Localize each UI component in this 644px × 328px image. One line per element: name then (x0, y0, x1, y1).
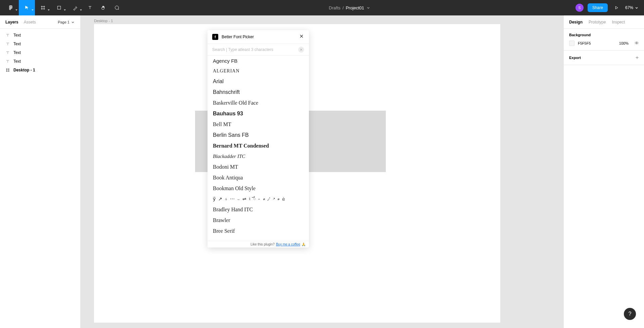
font-option[interactable]: Bradley Hand ITC (208, 204, 309, 215)
font-option[interactable]: Bauhaus 93 (208, 108, 309, 119)
text-tool-button[interactable] (83, 0, 97, 15)
breadcrumb-separator: / (342, 5, 344, 10)
move-tool-button[interactable] (19, 0, 35, 15)
hand-tool-button[interactable] (97, 0, 110, 15)
chevron-down-icon (71, 20, 75, 24)
pray-emoji-icon: 🙏 (302, 242, 306, 246)
font-option[interactable]: Bahnschrift (208, 87, 309, 98)
font-option[interactable]: ỹ ↗ ⍭ ⋯ ⌣ ⇌ ♮ ೆ ⌢ ⇌ ⋰ ↗ ⇌ ά (208, 194, 309, 204)
left-panel: Layers Assets Page 1 Text Text Text Text… (0, 15, 81, 328)
plugin-footer: Like this plugin? Buy me a coffee 🙏 (208, 241, 309, 248)
font-option[interactable]: Blackadder ITC (208, 151, 309, 162)
font-option[interactable]: Berlin Sans FB (208, 130, 309, 141)
page-selector-label: Page 1 (58, 20, 70, 24)
text-layer-icon (5, 50, 10, 55)
right-panel: Design Prototype Inspect Background F5F5… (563, 15, 644, 328)
layer-item[interactable]: Text (0, 57, 80, 66)
tab-layers[interactable]: Layers (5, 20, 18, 24)
layers-list: Text Text Text Text Desktop - 1 (0, 29, 80, 76)
layer-label: Desktop - 1 (13, 68, 35, 72)
font-picker-plugin: f Better Font Picker Agency FB ALGERIAN … (208, 30, 309, 248)
toolbar-tools (3, 0, 124, 15)
footer-link[interactable]: Buy me a coffee (276, 242, 300, 246)
cursor-icon (24, 5, 30, 10)
add-export-button[interactable]: + (636, 55, 639, 61)
background-hex[interactable]: F5F5F5 (578, 41, 616, 45)
text-layer-icon (5, 42, 10, 46)
pen-tool-button[interactable] (67, 0, 83, 15)
figma-menu-button[interactable] (3, 0, 19, 15)
plugin-header[interactable]: f Better Font Picker (208, 30, 309, 44)
font-search-input[interactable] (212, 47, 295, 52)
frame-layer-icon (5, 68, 10, 72)
tab-inspect[interactable]: Inspect (612, 20, 625, 24)
avatar[interactable]: S (576, 4, 584, 12)
tab-design[interactable]: Design (569, 20, 583, 24)
zoom-control[interactable]: 67% (625, 5, 639, 10)
page-selector[interactable]: Page 1 (58, 20, 75, 24)
background-row[interactable]: F5F5F5 100% (569, 40, 639, 46)
comment-icon (114, 5, 120, 10)
layer-item[interactable]: Text (0, 40, 80, 48)
font-option[interactable]: Bell MT (208, 119, 309, 130)
document-title[interactable]: Drafts / Project01 (124, 5, 576, 10)
chevron-down-icon (64, 9, 66, 11)
text-layer-icon (5, 59, 10, 64)
eye-icon (635, 41, 639, 45)
x-icon (300, 48, 303, 51)
canvas[interactable]: Desktop - 1 (81, 15, 563, 328)
layer-label: Text (13, 50, 21, 55)
visibility-toggle[interactable] (635, 40, 639, 46)
background-opacity[interactable]: 100% (619, 41, 629, 45)
layer-label: Text (13, 42, 21, 46)
help-button[interactable]: ? (624, 308, 636, 320)
shape-tool-button[interactable] (51, 0, 67, 15)
footer-text: Like this plugin? (250, 242, 275, 246)
breadcrumb-file: Project01 (346, 5, 364, 10)
export-section: Export + (564, 51, 644, 65)
font-option[interactable]: Bree Serif (208, 226, 309, 236)
zoom-value: 67% (625, 5, 633, 10)
svg-point-2 (636, 43, 637, 44)
font-option[interactable]: Book Antiqua (208, 172, 309, 183)
right-panel-tabs: Design Prototype Inspect (564, 15, 644, 29)
font-option[interactable]: Baskerville Old Face (208, 98, 309, 108)
font-option[interactable]: ALGERIAN (208, 66, 309, 76)
chevron-down-icon (80, 9, 82, 11)
chevron-down-icon (48, 9, 50, 11)
canvas-frame-label[interactable]: Desktop - 1 (94, 19, 113, 23)
present-button[interactable] (612, 0, 621, 15)
share-button[interactable]: Share (588, 3, 608, 12)
close-button[interactable] (299, 34, 304, 40)
toolbar-right: S Share 67% (576, 0, 641, 15)
plugin-icon: f (212, 34, 218, 40)
pen-icon (73, 5, 78, 10)
chevron-down-icon (635, 6, 639, 10)
svg-rect-1 (57, 6, 60, 9)
rectangle-icon (56, 5, 62, 10)
font-option[interactable]: Brawler (208, 215, 309, 226)
background-label: Background (569, 33, 639, 37)
font-option[interactable]: Bernard MT Condensed (208, 141, 309, 151)
frame-tool-button[interactable] (35, 0, 51, 15)
layer-label: Text (13, 33, 21, 38)
play-icon (614, 5, 619, 10)
tab-assets[interactable]: Assets (24, 20, 36, 24)
font-list[interactable]: Agency FB ALGERIAN Arial Bahnschrift Bas… (208, 56, 309, 241)
font-option[interactable]: Bodoni MT (208, 162, 309, 172)
tab-prototype[interactable]: Prototype (589, 20, 606, 24)
layer-item[interactable]: Text (0, 31, 80, 40)
comment-tool-button[interactable] (110, 0, 124, 15)
font-option[interactable]: Arial (208, 76, 309, 87)
layer-item-frame[interactable]: Desktop - 1 (0, 66, 80, 74)
layer-item[interactable]: Text (0, 48, 80, 57)
left-panel-tabs: Layers Assets Page 1 (0, 15, 80, 29)
font-option[interactable]: Bookman Old Style (208, 183, 309, 194)
clear-search-button[interactable] (298, 47, 304, 53)
figma-logo-icon (8, 5, 13, 10)
breadcrumb-folder: Drafts (329, 5, 340, 10)
font-option[interactable]: Agency FB (208, 56, 309, 66)
plugin-title: Better Font Picker (222, 35, 254, 39)
color-swatch[interactable] (569, 41, 574, 46)
text-layer-icon (5, 33, 10, 38)
